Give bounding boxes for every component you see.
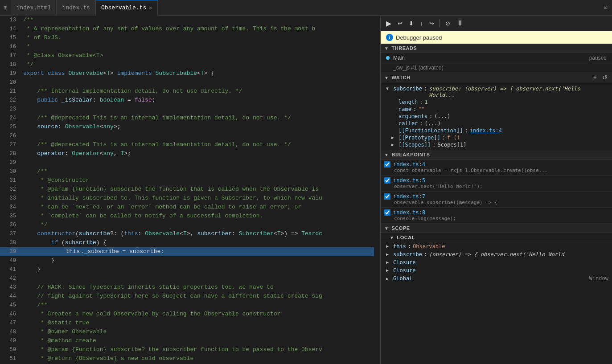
watch-function-location[interactable]: [[FunctionLocation]] : index.ts:4: [381, 127, 612, 134]
scope-section-header[interactable]: ▼ Scope: [381, 224, 612, 233]
bp-file-2[interactable]: index.ts:7: [393, 193, 425, 200]
debug-content[interactable]: ▼ Threads Main paused _sw_js #1 (activat…: [381, 44, 612, 364]
line-number: 24: [0, 114, 21, 123]
step-out-button[interactable]: ↑: [418, 19, 425, 28]
line-code[interactable]: /**: [21, 16, 374, 25]
bp-checkbox-0[interactable]: [384, 161, 390, 168]
line-code[interactable]: if (subscribe) {: [21, 238, 374, 247]
line-code[interactable]: this._subscribe = subscribe;: [21, 247, 374, 256]
tab-close-icon[interactable]: ✕: [149, 5, 152, 11]
scope-closure-1[interactable]: ▶ Closure: [381, 258, 612, 266]
line-code[interactable]: * @constructor: [21, 176, 374, 185]
line-number: 25: [0, 123, 21, 131]
breakpoints-section-header[interactable]: ▼ Breakpoints: [381, 150, 612, 160]
watch-prototype[interactable]: ▶ [[Prototype]] : f (): [381, 134, 612, 141]
step-over-button[interactable]: ↩: [396, 19, 404, 28]
line-code[interactable]: * initially subscribed to. This function…: [21, 194, 374, 203]
line-code[interactable]: [21, 78, 374, 87]
watch-section-header[interactable]: ▼ Watch + ↺: [381, 72, 612, 83]
watch-root-val: subscribe: (observer) => { observer.next…: [429, 86, 608, 98]
line-code[interactable]: * @owner Observable: [21, 327, 374, 336]
watch-arguments[interactable]: arguments : (...): [381, 113, 612, 120]
watch-fn-loc-val[interactable]: index.ts:4: [470, 127, 502, 134]
line-code[interactable]: * @class Observable<T>: [21, 51, 374, 60]
editor-panel[interactable]: 13/**14 * A representation of any set of…: [0, 16, 374, 364]
bp-file-1[interactable]: index.ts:5: [393, 177, 425, 184]
line-code[interactable]: source: Observable<any>;: [21, 123, 374, 131]
line-code[interactable]: }: [21, 265, 374, 274]
line-code[interactable]: * Creates a new cold Observable by calli…: [21, 310, 374, 319]
editor-scrollbar[interactable]: [374, 16, 380, 364]
step-into-button[interactable]: ⬇: [407, 19, 415, 28]
watch-length[interactable]: length : 1: [381, 98, 612, 106]
split-editor-icon[interactable]: ⊡: [600, 4, 612, 11]
line-number: 39: [0, 247, 21, 256]
line-code[interactable]: * of RxJS.: [21, 33, 374, 42]
line-code[interactable]: * `complete` can be called to notify of …: [21, 212, 374, 221]
line-code[interactable]: *: [21, 42, 374, 51]
thread-main[interactable]: Main paused: [381, 53, 612, 63]
line-code[interactable]: [21, 105, 374, 114]
line-code[interactable]: [21, 158, 374, 167]
tab-index-html[interactable]: index.html: [11, 0, 57, 16]
line-code[interactable]: */: [21, 60, 374, 69]
tab-observable-ts[interactable]: Observable.ts ✕: [96, 0, 158, 16]
scope-closure1-expand: ▶: [386, 260, 391, 265]
line-code[interactable]: operator: Operator<any, T>;: [21, 149, 374, 158]
line-code[interactable]: }: [21, 256, 374, 265]
scope-global[interactable]: ▶ Global Window: [381, 274, 612, 282]
line-code[interactable]: * A representation of any set of values …: [21, 25, 374, 33]
bp-checkbox-3[interactable]: [384, 209, 390, 216]
line-code[interactable]: /** @deprecated This is an internal impl…: [21, 140, 374, 149]
line-code[interactable]: /**: [21, 301, 374, 310]
code-table: 13/**14 * A representation of any set of…: [0, 16, 374, 364]
bp-checkbox-1[interactable]: [384, 177, 390, 184]
line-code[interactable]: * @static true: [21, 319, 374, 327]
line-code[interactable]: * can be `next`ed, or an `error` method …: [21, 203, 374, 212]
pause-on-exceptions-button[interactable]: ⏸: [455, 18, 465, 28]
line-code[interactable]: export class Observable<T> implements Su…: [21, 69, 374, 78]
line-code[interactable]: * @method create: [21, 336, 374, 345]
scope-local-header[interactable]: ▼ Local: [381, 233, 612, 242]
line-code[interactable]: /** @deprecated This is an internal impl…: [21, 114, 374, 123]
tab-index-ts[interactable]: index.ts: [57, 0, 95, 16]
line-code[interactable]: * @return {Observable} a new cold observ…: [21, 354, 374, 363]
watch-subscribe-root[interactable]: ▼ subscribe : subscribe: (observer) => {…: [381, 85, 612, 98]
line-number: 37: [0, 229, 21, 238]
line-code[interactable]: // fight against TypeScript here so Subj…: [21, 292, 374, 301]
watch-refresh-button[interactable]: ↺: [601, 74, 608, 81]
code-line-48: 48 * @owner Observable: [0, 327, 374, 336]
line-code[interactable]: constructor(subscribe?: (this: Observabl…: [21, 229, 374, 238]
code-line-41: 41 }: [0, 265, 374, 274]
threads-section-header[interactable]: ▼ Threads: [381, 44, 612, 53]
line-code[interactable]: [21, 274, 374, 283]
resume-button[interactable]: ▶: [384, 18, 393, 29]
deactivate-breakpoints-button[interactable]: ⊘: [444, 19, 452, 28]
thread-sw[interactable]: _sw_js #1 (activated): [381, 63, 612, 72]
code-line-27: 27 /** @deprecated This is an internal i…: [0, 140, 374, 149]
scope-this-key: this: [393, 243, 406, 249]
line-code[interactable]: // HACK: Since TypeScript inherits stati…: [21, 283, 374, 292]
scope-subscribe[interactable]: ▶ subscribe : (observer) => { observer.n…: [381, 250, 612, 258]
watch-root-colon: :: [424, 86, 427, 92]
line-code[interactable]: * @param {Function} subscribe? the subsc…: [21, 345, 374, 354]
line-code[interactable]: [21, 131, 374, 140]
line-code[interactable]: * @param {Function} subscribe the functi…: [21, 185, 374, 194]
tab-back-icon[interactable]: ⊞: [0, 4, 11, 12]
bp-file-0[interactable]: index.ts:4: [393, 161, 425, 168]
scope-this[interactable]: ▶ this : Observable: [381, 242, 612, 250]
watch-add-button[interactable]: +: [592, 74, 598, 81]
line-code[interactable]: */: [21, 221, 374, 229]
watch-caller[interactable]: caller : (...): [381, 120, 612, 127]
bp-file-3[interactable]: index.ts:8: [393, 209, 425, 216]
bp-checkbox-2[interactable]: [384, 193, 390, 200]
line-number: 38: [0, 238, 21, 247]
line-code[interactable]: /**: [21, 167, 374, 176]
code-line-13: 13/**: [0, 16, 374, 25]
watch-scopes[interactable]: ▶ [[Scopes]] : Scopes[1]: [381, 141, 612, 148]
line-code[interactable]: public _isScalar: boolean = false;: [21, 96, 374, 105]
watch-name[interactable]: name : "": [381, 106, 612, 113]
restart-button[interactable]: ↪: [427, 19, 436, 28]
line-code[interactable]: /** Internal implementation detail, do n…: [21, 87, 374, 96]
scope-closure-2[interactable]: ▶ Closure: [381, 266, 612, 274]
